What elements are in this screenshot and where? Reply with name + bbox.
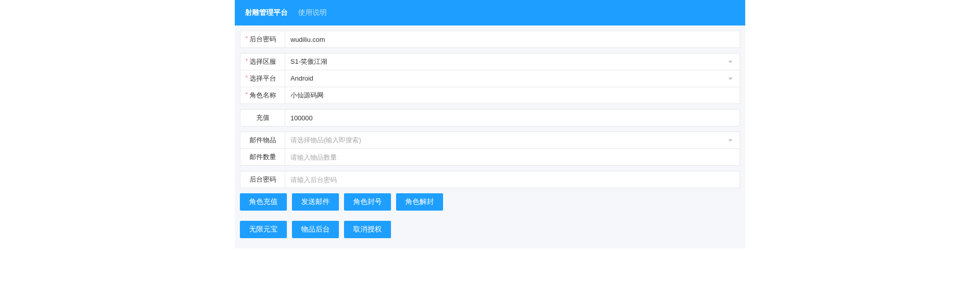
input-admin-password[interactable] [290,32,734,47]
main-panel: 射雕管理平台 使用说明 后台密码 选择区服 S1-笑傲江湖 选择平台 Andro… [235,0,745,248]
row-confirm-password: 后台密码 [240,171,740,188]
group-admin-password: 后台密码 [235,31,745,48]
select-server-value: S1-笑傲江湖 [290,54,728,69]
item-admin-button[interactable]: 物品后台 [292,221,339,238]
row-role-name: 角色名称 [240,87,740,104]
send-mail-button[interactable]: 发送邮件 [292,193,339,211]
chevron-down-icon [728,78,732,80]
label-server: 选择区服 [240,54,285,70]
select-mail-item[interactable]: 请选择物品(输入即搜索) [285,132,740,148]
label-recharge: 充值 [240,110,285,126]
value-admin-password[interactable] [285,31,740,47]
label-mail-qty: 邮件数量 [240,149,285,165]
input-confirm-password[interactable] [290,172,734,187]
label-mail-item: 邮件物品 [240,132,285,148]
label-admin-password: 后台密码 [240,31,285,47]
row-server: 选择区服 S1-笑傲江湖 [240,53,740,70]
group-confirm-password: 后台密码 [235,171,745,188]
select-mail-item-placeholder: 请选择物品(输入即搜索) [290,133,728,148]
chevron-down-icon [728,139,732,142]
select-platform[interactable]: Android [285,70,740,87]
unban-role-button[interactable]: 角色解封 [396,193,443,211]
chevron-down-icon [728,61,732,63]
app-title: 射雕管理平台 [245,8,288,17]
select-platform-value: Android [290,71,728,86]
input-mail-qty[interactable] [290,149,734,165]
recharge-button[interactable]: 角色充值 [240,193,287,211]
unlimited-gold-button[interactable]: 无限元宝 [240,221,287,238]
label-platform: 选择平台 [240,70,285,87]
group-mail: 邮件物品 请选择物品(输入即搜索) 邮件数量 [235,132,745,166]
input-role-name[interactable] [290,88,734,103]
revoke-auth-button[interactable]: 取消授权 [344,221,391,238]
label-confirm-password: 后台密码 [240,171,285,188]
value-confirm-password[interactable] [285,171,740,188]
row-mail-qty: 邮件数量 [240,148,740,166]
value-mail-qty[interactable] [285,149,740,165]
row-platform: 选择平台 Android [240,70,740,87]
button-row-2: 无限元宝 物品后台 取消授权 [235,211,745,238]
row-recharge: 充值 [240,109,740,126]
row-admin-password: 后台密码 [240,31,740,48]
header-bar: 射雕管理平台 使用说明 [235,0,745,25]
label-role-name: 角色名称 [240,87,285,104]
value-role-name[interactable] [285,87,740,104]
value-recharge[interactable] [285,110,740,126]
input-recharge[interactable] [290,110,734,125]
group-recharge: 充值 [235,109,745,126]
button-row-1: 角色充值 发送邮件 角色封号 角色解封 [235,188,745,211]
row-mail-item: 邮件物品 请选择物品(输入即搜索) [240,132,740,149]
help-link[interactable]: 使用说明 [298,8,327,17]
select-server[interactable]: S1-笑傲江湖 [285,54,740,70]
ban-role-button[interactable]: 角色封号 [344,193,391,211]
group-role-info: 选择区服 S1-笑傲江湖 选择平台 Android 角色名称 [235,53,745,104]
